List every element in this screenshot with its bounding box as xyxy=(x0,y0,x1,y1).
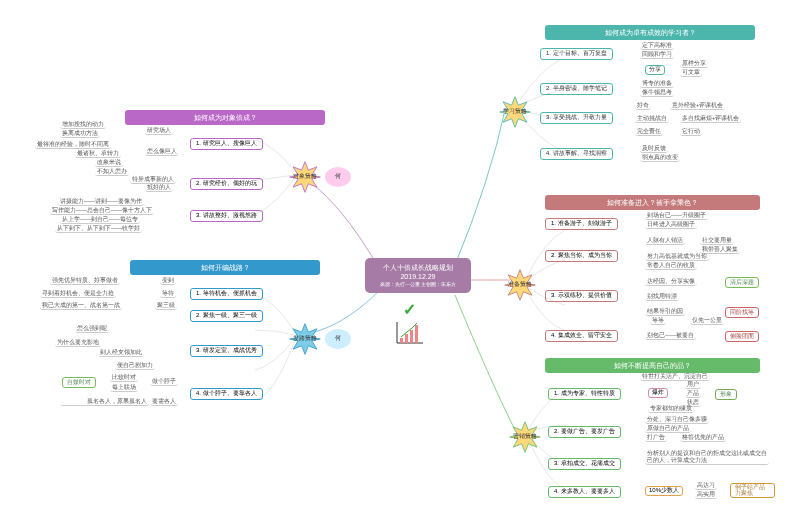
learn-leaf: 多自找麻烦+评课机会 xyxy=(680,115,741,123)
market-burst: 营销策略 xyxy=(505,420,545,454)
road-leaf: 寻到着好机会、便是全力抢 xyxy=(40,290,116,298)
learn-leaf: 像牛顿思考 xyxy=(640,89,674,97)
learn-leaf: 定下高标准 xyxy=(640,42,674,50)
prep-leaf: 日终进入高级圈子 xyxy=(645,221,697,229)
thing-leaf: 特异成事新的人 xyxy=(130,176,176,184)
road-leaf: 变到 xyxy=(160,277,176,285)
prep-item-1: 1. 准备游子、刻做游子 xyxy=(545,218,618,230)
road-circle: 何 xyxy=(325,329,351,349)
market-item-3: 3. 承拍成交、花痛成交 xyxy=(548,458,621,470)
market-item-1: 1. 成为专家、特性特质 xyxy=(548,388,621,400)
road-leaf: 每上联场 xyxy=(110,384,138,392)
thing-circle: 何 xyxy=(325,167,351,187)
prep-burst-label: 准备策略 xyxy=(508,281,532,289)
prep-item-3: 3. 示双练秒、提供价值 xyxy=(545,290,618,302)
road-item-4: 4. 做个脖子、要靠各人 xyxy=(190,388,263,400)
road-leaf: 比较时对 xyxy=(110,374,138,382)
thing-leaf: 讲摄能力——讲到——要像为作 xyxy=(58,198,144,206)
market-leaf: 原做自己的产品 xyxy=(645,425,691,433)
thing-header: 如何成为对象倍成？ xyxy=(125,110,325,125)
market-tag: 例子站产品力聚焦 xyxy=(730,483,775,498)
prep-leaf: 达经因、分享实像 xyxy=(645,278,697,286)
prep-tag: 清后深题 xyxy=(725,277,759,288)
road-leaf: 到人经支领加此 xyxy=(98,349,144,357)
thing-leaf: 抵好的人 xyxy=(145,184,173,192)
thing-leaf: 最诸秋、承转力 xyxy=(75,150,121,158)
market-item-4: 4. 来多教人、要要多人 xyxy=(548,486,621,498)
road-leaf: 聚三级 xyxy=(155,302,177,310)
market-leaf: 专家都知的缘质 xyxy=(648,405,694,413)
thing-leaf: 换离成功方法 xyxy=(60,130,100,138)
learn-item-1: 1. 定个目标、百万复盘 xyxy=(540,48,613,60)
title-date: 2019.12.29 xyxy=(373,272,463,281)
learn-header: 如何成为卓有成效的学习者？ xyxy=(545,25,755,40)
learn-leaf: 主动挑战自 xyxy=(635,115,669,123)
market-leaf: 格答优先的产品 xyxy=(680,434,726,442)
thing-leaf: 从上学——到自己——每位专 xyxy=(60,216,140,224)
thing-leaf: 增加搜找的动力 xyxy=(60,121,106,129)
thing-item-3: 3. 讲故整好、激视然路 xyxy=(190,210,263,222)
learn-burst-label: 学习策略 xyxy=(503,108,527,116)
learn-leaf: 完全责任 xyxy=(635,128,663,136)
market-leaf: 分析别人的提议和自己的拒成交这比或成交自己的人，计算成交力法 xyxy=(645,450,769,465)
market-sub: 10%少数人 xyxy=(645,486,683,496)
market-leaf: 高实用 xyxy=(695,491,717,499)
road-burst-label: 发路策略 xyxy=(293,335,317,343)
learn-leaf: 回顾和学习 xyxy=(640,51,674,59)
market-header: 如何不断提高自己的品？ xyxy=(545,358,760,373)
learn-leaf: 可文章 xyxy=(680,69,702,77)
thing-item-2: 2. 研究经价、偶好的玩 xyxy=(190,178,263,190)
learn-item-4: 4. 讲故事解、寻找洞察 xyxy=(540,148,613,160)
road-item-2: 2. 聚焦一级、聚三一级 xyxy=(190,310,263,322)
prep-leaf: 别找用特漂 xyxy=(645,293,679,301)
prep-leaf: 人脉有人销活 xyxy=(645,237,685,245)
learn-leaf: 原样分享 xyxy=(680,60,708,68)
prep-tag: 侧脸团面 xyxy=(725,331,759,342)
road-leaf: 便自己剧加力 xyxy=(115,362,155,370)
svg-rect-1 xyxy=(405,334,408,343)
prep-leaf: 等等 xyxy=(650,317,666,325)
road-leaf: 等待 xyxy=(160,290,176,298)
learn-leaf: 它行动 xyxy=(680,128,702,136)
prep-leaf: 社交要用量 xyxy=(700,237,734,245)
road-tag: 自媒时对 xyxy=(62,377,96,388)
svg-rect-2 xyxy=(410,330,413,343)
thing-leaf: 写作能力——总会自己——像十方人下 xyxy=(50,207,154,215)
learn-item-2: 2. 半身密读、随学笔记 xyxy=(540,83,613,95)
market-item-2: 2. 要做广告、要发广告 xyxy=(548,426,621,438)
learn-leaf: 好奇 xyxy=(635,102,651,110)
market-leaf: 高达习 xyxy=(695,482,717,490)
prep-burst: 准备策略 xyxy=(500,268,540,302)
learn-leaf: 博专的准备 xyxy=(640,80,674,88)
market-tag: 形象 xyxy=(715,389,737,400)
market-leaf: 分处、深习自己像多骤 xyxy=(645,416,709,424)
learn-item-3: 3. 享受挑战、升敬力量 xyxy=(540,112,613,124)
market-leaf: 用户 xyxy=(685,381,701,389)
thing-burst-label: 对象策略 xyxy=(293,173,317,181)
thing-leaf: 不如人怎办 xyxy=(95,168,129,176)
title-text: 个人十倍成长战略规划 xyxy=(373,263,463,272)
road-leaf: 做个脖子 xyxy=(150,378,178,386)
road-leaf: 强先优异特质、好事做者 xyxy=(50,277,120,285)
thing-leaf: 研究场人 xyxy=(145,127,173,135)
road-item-1: 1. 等待机会、便抓机会 xyxy=(190,288,263,300)
prep-item-2: 2. 聚焦当你、成为当你 xyxy=(545,250,618,262)
prep-tag: 同阶找等 xyxy=(725,307,759,318)
road-leaf: 怎么强到呢 xyxy=(75,325,109,333)
market-sub: 爆炸 xyxy=(648,388,668,398)
title-source: 来源：先行一公里 主创圈：朱东方 xyxy=(373,281,463,288)
road-header: 如何开编战路？ xyxy=(130,260,320,275)
svg-rect-3 xyxy=(415,325,418,343)
market-leaf: 打广告 xyxy=(645,434,667,442)
thing-leaf: 怎么像巨人 xyxy=(145,148,179,156)
prep-item-4: 4. 集成效全、留守安全 xyxy=(545,330,618,342)
prep-leaf: 常春人自己的收质 xyxy=(645,262,697,270)
thing-leaf: 最得准的经验，随时不同离 xyxy=(35,141,111,149)
prep-leaf: 结果导引的因 xyxy=(645,308,685,316)
learn-leaf: 弱点真的改变 xyxy=(640,154,680,162)
road-leaf: 要需各人 xyxy=(150,398,178,406)
thing-leaf: 改象米说 xyxy=(95,159,123,167)
learn-sub: 分享 xyxy=(645,65,665,75)
road-leaf: 我已大成的第一、战名第一战 xyxy=(40,302,122,310)
market-burst-label: 营销策略 xyxy=(513,433,537,441)
